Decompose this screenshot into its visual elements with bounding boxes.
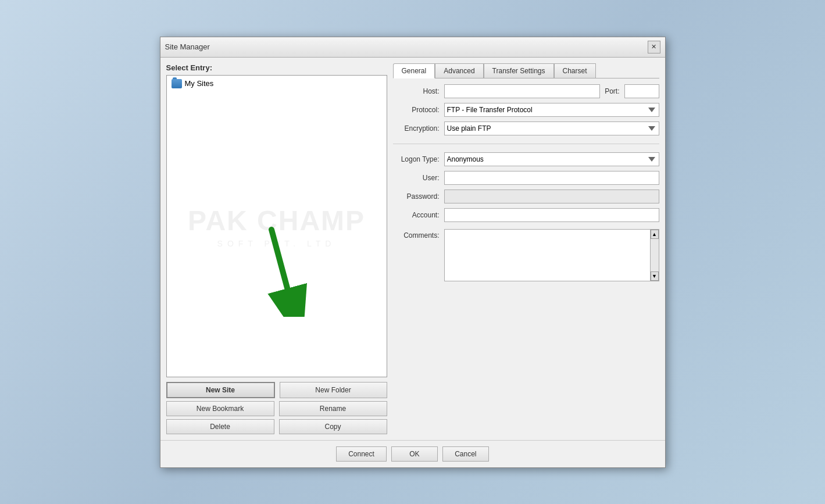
new-bookmark-button[interactable]: New Bookmark [166, 401, 274, 416]
divider-1 [393, 144, 659, 144]
tab-charset[interactable]: Charset [554, 63, 596, 78]
button-row-2: New Bookmark Rename [166, 401, 387, 416]
arrow-indicator [237, 224, 312, 319]
delete-button[interactable]: Delete [166, 419, 274, 434]
encryption-row: Encryption: Use plain FTP Use explicit F… [393, 121, 659, 135]
tree-view[interactable]: My Sites PAK CHAMP SOFT PVT. LTD [166, 75, 387, 377]
dialog-body: Select Entry: My Sites PAK CHAMP SOFT PV… [160, 58, 665, 440]
encryption-select[interactable]: Use plain FTP Use explicit FTP over TLS … [444, 121, 659, 135]
tab-transfer-settings[interactable]: Transfer Settings [484, 63, 554, 78]
left-panel: Select Entry: My Sites PAK CHAMP SOFT PV… [166, 63, 387, 434]
tab-advanced[interactable]: Advanced [435, 63, 483, 78]
general-form: Host: Port: Protocol: FTP - File Transfe… [393, 84, 659, 281]
folder-icon [172, 79, 182, 88]
site-manager-dialog: Site Manager ✕ Select Entry: My Sites PA… [160, 37, 666, 468]
my-sites-item[interactable]: My Sites [169, 78, 384, 90]
connect-button[interactable]: Connect [336, 446, 387, 462]
green-arrow-svg [237, 224, 312, 317]
comments-label: Comments: [393, 229, 440, 240]
right-panel: General Advanced Transfer Settings Chars… [393, 63, 659, 434]
port-label: Port: [605, 87, 619, 95]
protocol-label: Protocol: [393, 106, 440, 114]
host-input[interactable] [444, 84, 601, 98]
my-sites-label: My Sites [185, 79, 214, 88]
encryption-label: Encryption: [393, 124, 440, 133]
host-label: Host: [393, 87, 440, 95]
cancel-button[interactable]: Cancel [442, 446, 489, 462]
comments-container: ▲ ▼ [444, 229, 659, 281]
copy-button[interactable]: Copy [279, 419, 387, 434]
new-site-button[interactable]: New Site [166, 382, 275, 398]
port-input[interactable] [624, 84, 659, 98]
user-label: User: [393, 174, 440, 182]
button-rows: New Site New Folder New Bookmark Rename … [166, 382, 387, 434]
account-input[interactable] [444, 208, 659, 222]
select-entry-label: Select Entry: [166, 63, 387, 72]
title-bar: Site Manager ✕ [160, 37, 665, 58]
user-row: User: [393, 171, 659, 185]
new-folder-button[interactable]: New Folder [280, 382, 387, 398]
protocol-row: Protocol: FTP - File Transfer Protocol S… [393, 103, 659, 117]
account-row: Account: [393, 208, 659, 222]
host-port-row: Host: Port: [393, 84, 659, 98]
watermark-line1: PAK CHAMP [188, 204, 365, 236]
protocol-select[interactable]: FTP - File Transfer Protocol SFTP - SSH … [444, 103, 659, 117]
dialog-footer: Connect OK Cancel [160, 440, 665, 467]
svg-line-1 [272, 230, 292, 305]
logon-type-label: Logon Type: [393, 155, 440, 163]
rename-button[interactable]: Rename [279, 401, 387, 416]
password-label: Password: [393, 192, 440, 201]
user-input[interactable] [444, 171, 659, 185]
button-row-1: New Site New Folder [166, 382, 387, 398]
comments-row: Comments: ▲ ▼ [393, 229, 659, 281]
logon-type-select[interactable]: Anonymous Normal Ask for password Intera… [444, 152, 659, 166]
tab-general[interactable]: General [393, 63, 435, 78]
logon-type-row: Logon Type: Anonymous Normal Ask for pas… [393, 152, 659, 166]
comments-scrollbar: ▲ ▼ [650, 229, 659, 281]
watermark-line2: SOFT PVT. LTD [188, 238, 365, 248]
button-row-3: Delete Copy [166, 419, 387, 434]
dialog-title: Site Manager [165, 42, 210, 51]
account-label: Account: [393, 211, 440, 219]
scroll-down-button[interactable]: ▼ [651, 271, 659, 281]
watermark: PAK CHAMP SOFT PVT. LTD [188, 204, 365, 248]
ok-button[interactable]: OK [391, 446, 438, 462]
password-input[interactable] [444, 190, 659, 203]
password-row: Password: [393, 190, 659, 203]
scroll-track [651, 239, 659, 271]
comments-textarea[interactable] [444, 229, 650, 281]
tabs: General Advanced Transfer Settings Chars… [393, 63, 659, 78]
scroll-up-button[interactable]: ▲ [651, 230, 659, 239]
close-button[interactable]: ✕ [648, 41, 660, 53]
